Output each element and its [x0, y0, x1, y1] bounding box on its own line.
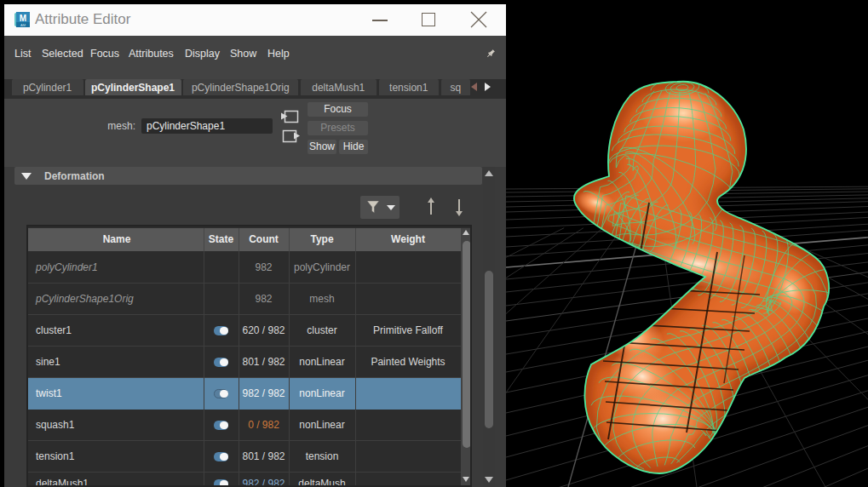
svg-text:AM: AM	[20, 23, 26, 27]
svg-text:M: M	[20, 14, 26, 23]
